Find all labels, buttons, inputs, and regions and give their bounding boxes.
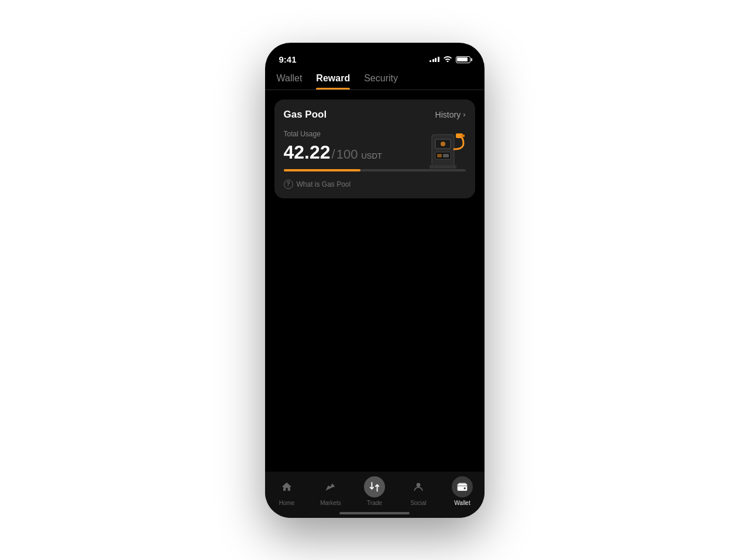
amount-unit: USDT — [361, 152, 382, 160]
nav-label-home: Home — [279, 500, 295, 506]
tab-reward[interactable]: Reward — [316, 73, 350, 90]
nav-item-trade[interactable]: Trade — [357, 476, 392, 506]
status-time: 9:41 — [279, 54, 297, 64]
nav-item-home[interactable]: Home — [269, 476, 304, 506]
nav-icon-wrap-home — [276, 476, 297, 497]
phone-shell: 9:41 Wallet Reward Se — [265, 43, 485, 518]
history-label: History — [435, 110, 461, 119]
progress-bar-track — [284, 169, 466, 171]
amount-total: 100 — [336, 147, 358, 162]
tab-bar: Wallet Reward Security — [265, 68, 485, 90]
signal-bar-3 — [435, 58, 437, 62]
nav-item-markets[interactable]: Markets — [313, 476, 348, 506]
amount-slash: / — [332, 147, 335, 162]
nav-label-wallet: Wallet — [454, 500, 470, 506]
amount-used: 42.22 — [284, 142, 331, 163]
bottom-nav: Home Markets Trade — [265, 472, 485, 518]
home-indicator — [339, 512, 410, 514]
signal-bars-icon — [430, 57, 439, 62]
gas-pump-illustration — [427, 123, 468, 170]
nav-label-markets: Markets — [320, 500, 341, 506]
svg-point-11 — [464, 487, 466, 489]
nav-item-social[interactable]: Social — [401, 476, 436, 506]
card-title: Gas Pool — [284, 109, 327, 121]
nav-icon-wrap-social — [408, 476, 429, 497]
nav-label-trade: Trade — [367, 500, 382, 506]
svg-rect-5 — [461, 135, 465, 137]
signal-bar-4 — [438, 57, 439, 62]
main-content: Gas Pool History › Total Usage 42.22 / 1… — [265, 90, 485, 208]
nav-label-social: Social — [410, 500, 426, 506]
nav-icon-wrap-markets — [320, 476, 341, 497]
svg-rect-3 — [430, 165, 456, 169]
tab-security[interactable]: Security — [364, 73, 398, 90]
tab-wallet[interactable]: Wallet — [277, 73, 303, 90]
svg-rect-7 — [437, 154, 442, 157]
info-text: What is Gas Pool — [297, 180, 351, 188]
info-row[interactable]: ? What is Gas Pool — [284, 180, 466, 189]
status-icons — [430, 55, 470, 64]
nav-item-wallet[interactable]: Wallet — [445, 476, 480, 506]
svg-point-9 — [417, 483, 421, 487]
status-bar: 9:41 — [265, 43, 485, 68]
signal-bar-2 — [432, 59, 434, 62]
card-header: Gas Pool History › — [284, 109, 466, 121]
signal-bar-1 — [430, 60, 431, 62]
nav-icon-wrap-wallet — [452, 476, 473, 497]
info-icon: ? — [284, 180, 293, 189]
chevron-right-icon: › — [463, 110, 465, 119]
gas-pool-card: Gas Pool History › Total Usage 42.22 / 1… — [274, 99, 475, 198]
progress-bar-fill — [284, 169, 360, 171]
svg-rect-10 — [458, 484, 468, 491]
battery-fill — [457, 57, 468, 61]
nav-icon-wrap-trade — [364, 476, 385, 497]
svg-rect-8 — [443, 154, 449, 157]
battery-icon — [456, 56, 470, 63]
svg-point-2 — [441, 142, 445, 146]
wifi-icon — [443, 55, 452, 64]
history-link[interactable]: History › — [435, 110, 466, 119]
